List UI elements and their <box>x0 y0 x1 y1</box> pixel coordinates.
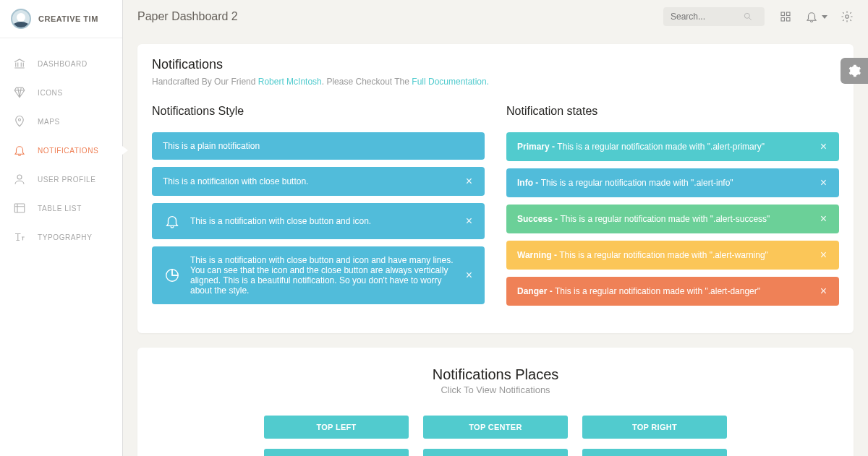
alert-success: Success - This is a regular notification… <box>506 205 839 233</box>
col-title: Notifications Style <box>152 105 485 118</box>
bell-icon <box>805 10 818 23</box>
nav-user-profile[interactable]: USER PROFILE <box>0 165 122 194</box>
gear-icon <box>847 64 861 78</box>
nav-label: TABLE LIST <box>38 205 82 212</box>
svg-rect-5 <box>787 12 791 16</box>
link-author[interactable]: Robert McIntosh <box>258 77 322 87</box>
alert-info: Info - This is a regular notification ma… <box>506 168 839 197</box>
card-title: Notifications <box>152 57 839 72</box>
svg-rect-2 <box>14 204 25 212</box>
grid-icon[interactable] <box>779 10 792 23</box>
content: Notifications Handcrafted By Our Friend … <box>123 33 868 456</box>
nav-dashboard[interactable]: DASHBOARD <box>0 49 122 78</box>
type-icon <box>13 231 26 244</box>
places-sub: Click To View Notifications <box>152 384 839 395</box>
alert-text: Warning - This is a regular notification… <box>517 250 819 260</box>
places-card: Notifications Places Click To View Notif… <box>137 348 854 456</box>
btn-bottom-center[interactable]: BOTTOM CENTER <box>423 449 568 456</box>
nav-label: TYPOGRAPHY <box>38 233 92 241</box>
btn-top-right[interactable]: TOP RIGHT <box>582 416 727 439</box>
nav-notifications[interactable]: NOTIFICATIONS <box>0 136 122 165</box>
svg-rect-6 <box>781 18 785 22</box>
sidebar-nav: DASHBOARD ICONS MAPS NOTIFICATIONS USER … <box>0 46 122 456</box>
card-subtitle: Handcrafted By Our Friend Robert McIntos… <box>152 77 839 87</box>
list-icon <box>13 202 26 215</box>
alert-close: This is a notification with close button… <box>152 167 485 196</box>
bell-dropdown[interactable] <box>805 10 827 23</box>
alert-text: Info - This is a regular notification ma… <box>517 178 819 188</box>
close-icon[interactable]: × <box>819 249 828 261</box>
svg-rect-4 <box>781 12 785 16</box>
svg-point-1 <box>17 175 22 179</box>
bell-icon <box>163 212 182 231</box>
close-icon[interactable]: × <box>464 215 474 227</box>
svg-rect-7 <box>787 18 791 22</box>
btn-top-left[interactable]: TOP LEFT <box>264 416 409 439</box>
sub-text: . Please Checkout The <box>322 77 412 87</box>
alert-danger: Danger - This is a regular notification … <box>506 277 839 306</box>
nav-maps[interactable]: MAPS <box>0 107 122 136</box>
col-states: Notification states Primary - This is a … <box>506 105 839 313</box>
alert-text: Primary - This is a regular notification… <box>517 142 819 152</box>
close-icon[interactable]: × <box>819 141 828 152</box>
top-icons <box>779 10 854 23</box>
settings-fab[interactable] <box>841 58 868 84</box>
nav-table-list[interactable]: TABLE LIST <box>0 194 122 223</box>
alert-primary: Primary - This is a regular notification… <box>506 132 839 161</box>
nav-label: NOTIFICATIONS <box>38 147 98 155</box>
chevron-down-icon <box>822 15 827 19</box>
col-title: Notification states <box>506 105 839 118</box>
sub-text: Handcrafted By Our Friend <box>152 77 258 87</box>
bank-icon <box>13 57 26 70</box>
alert-text: Danger - This is a regular notification … <box>517 286 819 296</box>
alert-text: This is a notification with close button… <box>190 255 464 296</box>
btn-bottom-left[interactable]: BOTTOM LEFT <box>264 449 409 456</box>
brand-name: CREATIVE TIM <box>38 14 98 23</box>
close-icon[interactable]: × <box>819 213 828 225</box>
search-icon <box>743 12 753 22</box>
close-icon[interactable]: × <box>464 176 474 187</box>
panel-title: Paper Dashboard 2 <box>137 10 663 23</box>
alert-text: This is a notification with close button… <box>190 216 464 226</box>
search-input[interactable] <box>671 12 743 22</box>
close-icon[interactable]: × <box>819 285 828 297</box>
alert-close-icon: This is a notification with close button… <box>152 203 485 239</box>
gear-icon[interactable] <box>841 10 854 23</box>
svg-point-3 <box>744 13 749 18</box>
search-box[interactable] <box>663 7 765 26</box>
notifications-card: Notifications Handcrafted By Our Friend … <box>137 44 854 333</box>
nav-typography[interactable]: TYPOGRAPHY <box>0 223 122 251</box>
alert-plain: This is a plain notification <box>152 132 485 160</box>
alert-warning: Warning - This is a regular notification… <box>506 241 839 270</box>
close-icon[interactable]: × <box>464 270 474 281</box>
alert-text: Success - This is a regular notification… <box>517 214 819 224</box>
nav-label: ICONS <box>38 89 63 97</box>
diamond-icon <box>13 86 26 99</box>
nav-label: MAPS <box>38 118 60 126</box>
chart-icon <box>163 266 182 285</box>
alert-text: This is a plain notification <box>163 141 474 151</box>
nav-label: DASHBOARD <box>38 60 88 68</box>
places-title: Notifications Places <box>152 366 839 383</box>
close-icon[interactable]: × <box>819 177 828 189</box>
alert-text: This is a notification with close button… <box>163 176 464 186</box>
avatar <box>11 9 31 29</box>
svg-point-0 <box>19 119 21 121</box>
sidebar-header: CREATIVE TIM <box>0 0 122 38</box>
topbar: Paper Dashboard 2 <box>123 0 868 33</box>
alert-multiline: This is a notification with close button… <box>152 246 485 304</box>
main: Paper Dashboard 2 Notifications Handcraf… <box>123 0 868 456</box>
nav-icons[interactable]: ICONS <box>0 78 122 107</box>
nav-label: USER PROFILE <box>38 176 96 184</box>
bell-icon <box>13 144 26 157</box>
btn-bottom-right[interactable]: BOTTOM RIGHT <box>582 449 727 456</box>
sidebar: CREATIVE TIM DASHBOARD ICONS MAPS NOTIFI… <box>0 0 123 456</box>
link-docs[interactable]: Full Documentation. <box>412 77 489 87</box>
btn-top-center[interactable]: TOP CENTER <box>423 416 568 439</box>
user-icon <box>13 173 26 186</box>
col-style: Notifications Style This is a plain noti… <box>152 105 485 313</box>
svg-point-8 <box>846 15 849 19</box>
pin-icon <box>13 115 26 128</box>
